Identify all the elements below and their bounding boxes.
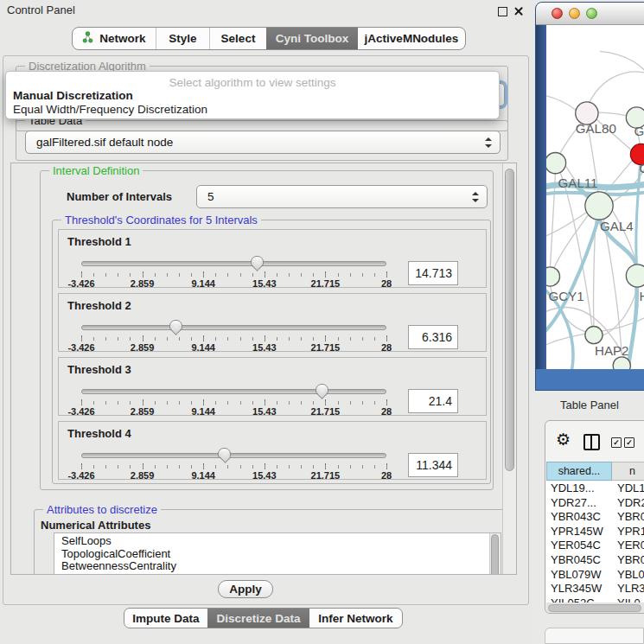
slider-tick-labels: -3.426 2.859 9.144 15.43 21.715 28 <box>81 470 386 481</box>
threshold-2-slider[interactable] <box>81 320 386 337</box>
cyni-bottom-tabs: Impute Data Discretize Data Infer Networ… <box>124 608 403 628</box>
column-header-shared[interactable]: shared... <box>546 462 612 481</box>
list-item[interactable]: SelfLoops <box>54 535 488 548</box>
cell-shared-name[interactable]: YER054C <box>546 539 612 553</box>
table-row[interactable]: YBL079WYBL0 <box>546 568 644 583</box>
cell-name[interactable]: YBL0 <box>612 568 644 583</box>
network-window-titlebar[interactable] <box>536 3 644 25</box>
slider-track[interactable] <box>81 261 386 266</box>
cell-shared-name[interactable]: YBR043C <box>546 510 612 525</box>
dropdown-option-manual[interactable]: Manual Discretization <box>13 89 133 102</box>
control-panel-tabs: Network Style Select Cyni Toolbox jActiv… <box>72 27 466 50</box>
slider-track[interactable] <box>81 325 386 330</box>
table-row[interactable]: YIL052CYIL0 <box>546 596 644 603</box>
cell-name[interactable]: YLR3 <box>612 582 644 596</box>
slider-thumb[interactable] <box>316 384 328 394</box>
network-node[interactable] <box>546 267 560 286</box>
combobox-value: 5 <box>207 190 214 203</box>
threshold-3-slider[interactable] <box>81 384 386 401</box>
slider-track[interactable] <box>81 389 386 394</box>
table-data-combobox[interactable]: galFiltered.sif default node <box>25 131 501 154</box>
mac-close-icon[interactable] <box>552 8 563 19</box>
tab-style[interactable]: Style <box>156 28 209 49</box>
slider-minor-ticks <box>81 273 387 277</box>
cell-name[interactable]: YDR2 <box>612 496 644 511</box>
list-item[interactable]: BetweennessCentrality <box>54 560 488 573</box>
network-canvas[interactable]: GAL80 GA C GAL11 GAL4 GCY1 H HAP2 <box>546 25 644 369</box>
list-scrollbar-thumb[interactable] <box>491 534 499 575</box>
tab-label: Style <box>169 32 196 45</box>
tab-jactivemnodules[interactable]: jActiveMNodules <box>358 28 465 49</box>
cell-shared-name[interactable]: YLR345W <box>546 582 612 596</box>
slider-track[interactable] <box>81 453 386 458</box>
slider-thumb[interactable] <box>251 256 264 266</box>
column-header-name[interactable]: n <box>612 462 644 481</box>
table-row[interactable]: YBR043CYBR0 <box>546 510 644 525</box>
tab-label: Network <box>99 32 145 45</box>
tab-label: Discretize Data <box>217 612 301 625</box>
table-row[interactable]: YPR145WYPR1 <box>546 525 644 539</box>
threshold-1-slider[interactable] <box>81 256 386 273</box>
node-label-cut: C <box>639 161 644 175</box>
num-intervals-combobox[interactable]: 5 <box>196 185 488 208</box>
table-row[interactable]: YBR045CYBR0 <box>546 553 644 568</box>
tab-label: Cyni Toolbox <box>276 32 349 45</box>
cell-name[interactable]: YER0 <box>612 539 644 553</box>
numerical-attributes-list: SelfLoopsTopologicalCoefficientBetweenne… <box>54 535 488 573</box>
cell-shared-name[interactable]: YDR27... <box>546 496 612 511</box>
checkbox-icon[interactable]: ✓ <box>624 437 634 448</box>
table-hscrollbar[interactable] <box>546 603 644 613</box>
slider-thumb[interactable] <box>169 320 182 330</box>
tab-discretize-data[interactable]: Discretize Data <box>207 609 309 628</box>
settings-scrollbar[interactable] <box>502 163 516 574</box>
settings-scroll-pane: Interval Definition Number of Intervals … <box>10 163 517 575</box>
table-hscrollbar-thumb[interactable] <box>548 604 641 612</box>
threshold-4-slider[interactable] <box>81 448 386 465</box>
cell-shared-name[interactable]: YPR145W <box>546 525 612 539</box>
float-window-icon[interactable] <box>498 7 507 16</box>
cell-shared-name[interactable]: YBL079W <box>546 568 612 583</box>
cell-shared-name[interactable]: YDL19... <box>546 481 612 496</box>
tab-impute-data[interactable]: Impute Data <box>124 609 207 628</box>
cell-name[interactable]: YPR1 <box>612 525 644 539</box>
table-row[interactable]: YER054CYER0 <box>546 539 644 553</box>
list-item[interactable]: TopologicalCoefficient <box>54 548 488 561</box>
threshold-value-field[interactable]: 6.316 <box>408 325 458 349</box>
network-node[interactable] <box>613 357 630 369</box>
list-scrollbar[interactable] <box>489 533 501 575</box>
cell-name[interactable]: YIL0 <box>612 596 644 603</box>
cell-name[interactable]: YBR0 <box>612 510 644 525</box>
network-node[interactable] <box>626 265 644 287</box>
checkbox-icon[interactable]: ✓ <box>611 437 622 448</box>
network-node[interactable] <box>585 327 603 344</box>
threshold-value-field[interactable]: 21.4 <box>408 389 458 413</box>
table-row[interactable]: YDR27...YDR2 <box>546 496 644 511</box>
threshold-value-field[interactable]: 11.344 <box>408 453 458 477</box>
mac-minimize-icon[interactable] <box>569 8 580 19</box>
node-label-gal11: GAL11 <box>558 175 598 190</box>
cell-name[interactable]: YBR0 <box>612 553 644 568</box>
tab-cyni-toolbox[interactable]: Cyni Toolbox <box>266 28 358 49</box>
slider-thumb[interactable] <box>218 448 231 458</box>
interval-definition-group: Interval Definition Number of Intervals … <box>40 170 494 490</box>
columns-icon[interactable] <box>583 434 600 450</box>
tab-infer-network[interactable]: Infer Network <box>309 609 402 628</box>
apply-button[interactable]: Apply <box>218 580 273 598</box>
close-icon[interactable] <box>513 6 523 16</box>
table-row[interactable]: YLR345WYLR3 <box>546 582 644 596</box>
cell-shared-name[interactable]: YBR045C <box>546 553 612 568</box>
cell-shared-name[interactable]: YIL052C <box>546 596 612 603</box>
settings-scrollbar-thumb[interactable] <box>505 169 514 471</box>
threshold-value-field[interactable]: 14.713 <box>408 261 458 285</box>
tab-network[interactable]: Network <box>73 28 156 49</box>
tab-select[interactable]: Select <box>209 28 266 49</box>
table-panel-frame: ⚙ ✓ ✓ shared... n YDL19...YDL1YDR27...YD… <box>545 420 644 614</box>
slider-minor-ticks <box>81 401 387 405</box>
mac-zoom-icon[interactable] <box>586 8 597 19</box>
network-node[interactable] <box>546 152 566 173</box>
table-row[interactable]: YDL19...YDL1 <box>546 481 644 496</box>
gear-icon[interactable]: ⚙ <box>556 431 571 448</box>
cell-name[interactable]: YDL1 <box>612 481 644 496</box>
dropdown-option-equal-width[interactable]: Equal Width/Frequency Discretization <box>13 103 207 116</box>
network-node[interactable] <box>585 192 613 220</box>
